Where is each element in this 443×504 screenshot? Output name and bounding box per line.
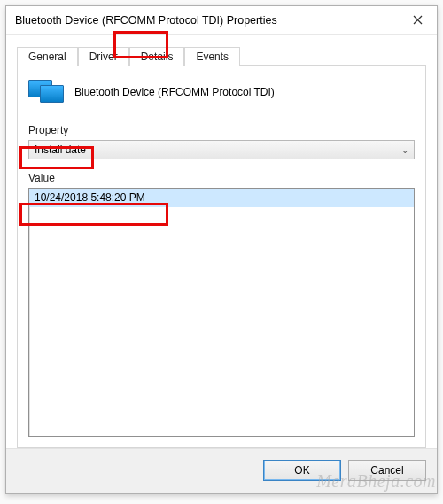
property-selected: Install date xyxy=(35,143,86,156)
property-label: Property xyxy=(28,124,415,136)
value-listbox[interactable]: 10/24/2018 5:48:20 PM xyxy=(28,188,415,437)
cancel-button[interactable]: Cancel xyxy=(348,460,426,481)
device-header: Bluetooth Device (RFCOMM Protocol TDI) xyxy=(28,78,415,106)
tab-details[interactable]: Details xyxy=(129,47,185,66)
device-name: Bluetooth Device (RFCOMM Protocol TDI) xyxy=(74,86,275,98)
window-title: Bluetooth Device (RFCOMM Protocol TDI) P… xyxy=(15,14,398,27)
properties-window: Bluetooth Device (RFCOMM Protocol TDI) P… xyxy=(5,5,438,494)
close-button[interactable] xyxy=(398,6,437,35)
tab-strip: General Driver Details Events xyxy=(17,43,426,66)
list-item[interactable]: 10/24/2018 5:48:20 PM xyxy=(29,189,414,207)
tab-driver[interactable]: Driver xyxy=(78,47,129,66)
device-icon xyxy=(28,78,64,106)
content-area: General Driver Details Events Bluetooth … xyxy=(6,35,437,448)
titlebar: Bluetooth Device (RFCOMM Protocol TDI) P… xyxy=(6,6,437,35)
close-icon xyxy=(413,15,423,25)
value-label: Value xyxy=(28,172,415,184)
button-row: OK Cancel xyxy=(6,448,437,493)
ok-button[interactable]: OK xyxy=(263,460,341,481)
chevron-down-icon: ⌄ xyxy=(401,145,408,155)
property-dropdown[interactable]: Install date ⌄ xyxy=(28,140,415,159)
tab-panel-details: Bluetooth Device (RFCOMM Protocol TDI) P… xyxy=(17,65,426,448)
tab-events[interactable]: Events xyxy=(184,47,240,66)
tab-general[interactable]: General xyxy=(17,47,78,66)
